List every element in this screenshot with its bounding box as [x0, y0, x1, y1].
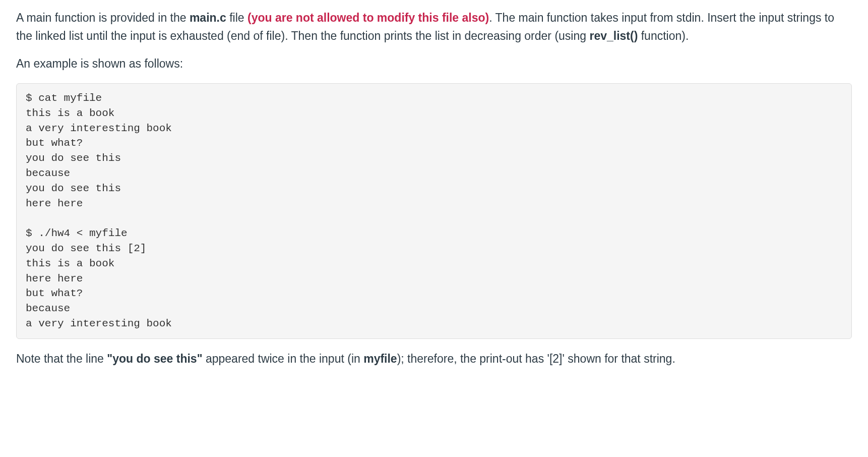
filename-myfile: myfile: [363, 352, 397, 365]
text-segment: appeared twice in the input (in: [203, 352, 364, 365]
text-segment: Note that the line: [16, 352, 107, 365]
paragraph-example-intro: An example is shown as follows:: [16, 55, 852, 73]
paragraph-main-function: A main function is provided in the main.…: [16, 9, 852, 45]
text-segment: ); therefore, the print-out has '[2]' sh…: [397, 352, 675, 365]
paragraph-note: Note that the line "you do see this" app…: [16, 350, 852, 368]
function-rev-list: rev_list(): [589, 29, 638, 42]
code-block-example: $ cat myfile this is a book a very inter…: [16, 83, 852, 339]
text-segment: file: [226, 11, 247, 24]
filename-main-c: main.c: [190, 11, 226, 24]
quoted-string: "you do see this": [107, 352, 202, 365]
text-segment: function).: [638, 29, 689, 42]
warning-text: (you are not allowed to modify this file…: [247, 11, 489, 24]
text-segment: A main function is provided in the: [16, 11, 190, 24]
